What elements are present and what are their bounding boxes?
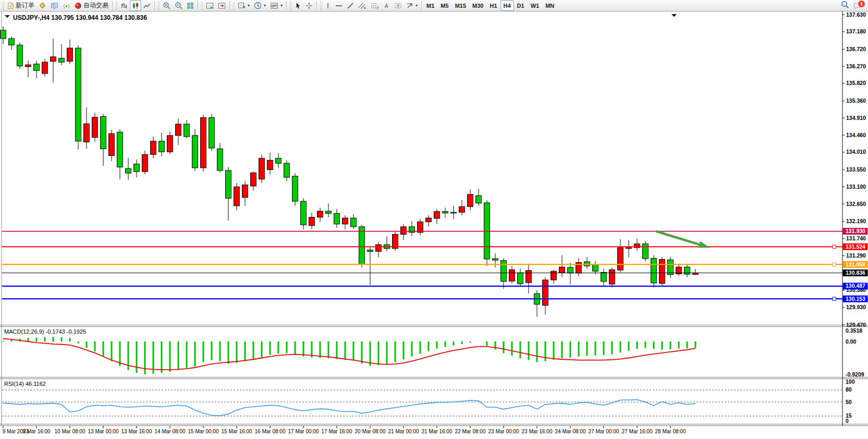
- toolbar-grip[interactable]: [2, 2, 4, 10]
- search-icon[interactable]: [841, 1, 849, 11]
- crosshair-button[interactable]: [303, 0, 315, 11]
- candle[interactable]: [609, 270, 615, 284]
- candle[interactable]: [126, 168, 131, 173]
- candle[interactable]: [59, 58, 65, 62]
- toolbar-grip[interactable]: [115, 2, 117, 10]
- equidistant-channel-button[interactable]: E: [356, 0, 369, 11]
- candle[interactable]: [518, 273, 523, 284]
- timeframe-m30-button[interactable]: M30: [469, 0, 486, 11]
- level-handle[interactable]: [833, 263, 836, 266]
- candle[interactable]: [167, 136, 173, 152]
- signals-button[interactable]: [60, 0, 72, 11]
- candle[interactable]: [368, 250, 373, 251]
- candle[interactable]: [26, 65, 31, 67]
- candle[interactable]: [651, 258, 657, 283]
- arrows-button[interactable]: ▾: [404, 0, 420, 11]
- candle[interactable]: [401, 227, 407, 235]
- line-chart-button[interactable]: [141, 0, 153, 11]
- candle[interactable]: [9, 39, 15, 45]
- candle[interactable]: [501, 261, 507, 282]
- candle[interactable]: [134, 164, 140, 172]
- candle[interactable]: [176, 124, 181, 136]
- templates-button[interactable]: ▾: [268, 0, 285, 11]
- trendline-button[interactable]: [345, 0, 356, 11]
- candle[interactable]: [76, 48, 81, 141]
- toolbar-grip[interactable]: [320, 2, 322, 10]
- candle[interactable]: [334, 213, 340, 224]
- candle[interactable]: [309, 217, 315, 226]
- dropdown-caret-icon[interactable]: ▾: [248, 3, 250, 8]
- chart-window[interactable]: 137.630137.180136.720136.270135.820135.3…: [0, 11, 868, 439]
- candle[interactable]: [251, 173, 256, 186]
- candle[interactable]: [418, 222, 423, 232]
- timeframe-mn-button[interactable]: MN: [542, 0, 557, 11]
- candle[interactable]: [292, 176, 298, 201]
- candle[interactable]: [317, 211, 323, 217]
- candle[interactable]: [584, 262, 590, 266]
- vertical-line-button[interactable]: [323, 0, 333, 11]
- timeframe-d1-button[interactable]: D1: [514, 0, 528, 11]
- candle[interactable]: [209, 118, 215, 148]
- candle[interactable]: [84, 124, 90, 142]
- candle[interactable]: [217, 149, 223, 170]
- candle[interactable]: [259, 158, 265, 179]
- candle[interactable]: [301, 201, 307, 225]
- candlestick-chart-button[interactable]: [130, 0, 141, 11]
- level-handle[interactable]: [833, 245, 836, 248]
- candle[interactable]: [526, 271, 532, 283]
- candle[interactable]: [618, 248, 624, 270]
- new-order-button[interactable]: 新订单: [5, 0, 36, 11]
- candle[interactable]: [184, 124, 190, 137]
- chart-shift-button[interactable]: [216, 0, 228, 11]
- candle[interactable]: [67, 48, 73, 62]
- toolbar-grip[interactable]: [233, 2, 235, 10]
- candle[interactable]: [159, 141, 165, 152]
- candle[interactable]: [476, 196, 482, 203]
- timeframe-h4-button[interactable]: H4: [500, 0, 514, 11]
- candle[interactable]: [117, 132, 123, 167]
- chat-button[interactable]: 1: [853, 2, 862, 10]
- dropdown-caret-icon[interactable]: ▾: [415, 3, 418, 8]
- new-chart-button[interactable]: ▾: [236, 0, 252, 11]
- tile-windows-button[interactable]: [185, 0, 196, 11]
- candle[interactable]: [376, 245, 382, 251]
- candle[interactable]: [593, 264, 598, 271]
- candle[interactable]: [343, 218, 348, 224]
- candle[interactable]: [443, 212, 448, 213]
- toolbar-grip[interactable]: [201, 2, 203, 10]
- dropdown-caret-icon[interactable]: ▾: [280, 3, 283, 8]
- text-button[interactable]: A: [381, 0, 392, 11]
- candle[interactable]: [284, 163, 290, 177]
- candle[interactable]: [101, 116, 106, 149]
- candle[interactable]: [459, 206, 465, 212]
- candle[interactable]: [568, 267, 573, 273]
- toolbar-grip[interactable]: [289, 2, 291, 10]
- candle[interactable]: [192, 136, 198, 168]
- candle[interactable]: [109, 133, 115, 155]
- candle[interactable]: [151, 141, 156, 155]
- bar-chart-button[interactable]: [118, 0, 130, 11]
- candle[interactable]: [92, 117, 98, 138]
- timeframe-m1-button[interactable]: M1: [423, 0, 437, 11]
- candle[interactable]: [426, 218, 432, 222]
- candle[interactable]: [51, 57, 56, 62]
- candle[interactable]: [434, 212, 440, 218]
- candle[interactable]: [451, 212, 457, 213]
- candle[interactable]: [351, 218, 357, 227]
- candle[interactable]: [601, 272, 607, 282]
- cursor-button[interactable]: [292, 0, 303, 11]
- price-chart[interactable]: 137.630137.180136.720136.270135.820135.3…: [0, 11, 868, 439]
- candle[interactable]: [543, 280, 548, 306]
- auto-scroll-button[interactable]: [204, 0, 216, 11]
- timeframe-h1-button[interactable]: H1: [486, 0, 500, 11]
- candle[interactable]: [34, 64, 40, 70]
- toolbar-grip[interactable]: [157, 2, 160, 10]
- candle[interactable]: [668, 260, 674, 274]
- candle[interactable]: [493, 259, 498, 260]
- candle[interactable]: [201, 118, 206, 168]
- timeframe-m5-button[interactable]: M5: [437, 0, 451, 11]
- candle[interactable]: [559, 267, 565, 273]
- candle[interactable]: [659, 260, 665, 284]
- candle[interactable]: [643, 244, 649, 259]
- zoom-out-button[interactable]: [173, 0, 185, 11]
